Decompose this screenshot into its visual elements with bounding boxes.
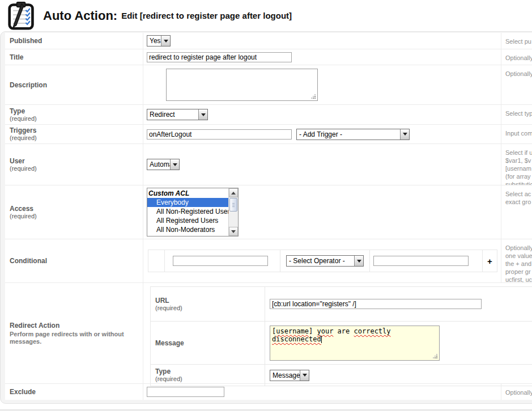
text-cursor bbox=[321, 336, 322, 343]
chevron-down-icon bbox=[161, 36, 170, 46]
message-textarea[interactable]: [username] your are correctly disconnect… bbox=[270, 326, 440, 361]
scroll-down-icon[interactable] bbox=[229, 227, 238, 236]
page-subtitle: Edit [redirect to register page after lo… bbox=[121, 11, 292, 20]
exclude-input[interactable] bbox=[147, 387, 224, 397]
page-title: Auto Action: bbox=[43, 9, 117, 23]
user-help: Select if u $var1, $v [usernam (for arra… bbox=[501, 144, 532, 185]
row-conditional: Conditional - Select Operator - + bbox=[5, 239, 532, 283]
triggers-label: Triggers bbox=[10, 126, 138, 134]
access-group-header: Custom ACL bbox=[147, 189, 228, 198]
conditional-field2-input[interactable] bbox=[373, 256, 469, 266]
list-item[interactable]: All Non-Moderators bbox=[147, 225, 228, 234]
access-required: (required) bbox=[10, 213, 138, 220]
chevron-down-icon bbox=[400, 129, 409, 140]
published-help: Select pu bbox=[501, 33, 532, 49]
published-label: Published bbox=[10, 37, 138, 45]
conditional-table: - Select Operator - + bbox=[148, 250, 497, 272]
triggers-input[interactable] bbox=[147, 129, 292, 140]
type-help: Select typ bbox=[501, 105, 532, 124]
row-redirect-action: Redirect Action Perform page redirects w… bbox=[5, 283, 532, 384]
misspelled-word: username bbox=[276, 327, 309, 335]
redirect-type-required: (required) bbox=[155, 375, 260, 383]
row-redirect-type: Type (required) Message bbox=[151, 365, 532, 386]
redirect-action-table: URL (required) Message [username] your a… bbox=[150, 286, 532, 386]
type-required: (required) bbox=[10, 115, 138, 122]
row-type: Type (required) Redirect Select typ bbox=[5, 105, 532, 125]
misspelled-word: correctly bbox=[354, 327, 391, 335]
add-condition-button[interactable]: + bbox=[487, 256, 492, 266]
access-listbox[interactable]: Custom ACL Everybody All Non-Registered … bbox=[147, 188, 239, 236]
page-header: Auto Action: Edit [redirect to register … bbox=[0, 0, 532, 31]
published-select[interactable]: Yes bbox=[147, 35, 171, 47]
auto-action-form: Published Yes Select pu Title Optionally… bbox=[5, 33, 532, 400]
row-user: User (required) Automatic Select if u $v… bbox=[5, 144, 532, 185]
operator-select[interactable]: - Select Operator - bbox=[286, 255, 364, 267]
description-textarea[interactable] bbox=[166, 69, 318, 101]
row-exclude: Exclude Optionally bbox=[5, 384, 532, 400]
triggers-required: (required) bbox=[10, 134, 138, 142]
row-triggers: Triggers (required) - Add Trigger - Inpu… bbox=[5, 125, 532, 144]
url-required: (required) bbox=[155, 305, 260, 312]
chevron-down-icon bbox=[300, 370, 309, 381]
user-select[interactable]: Automatic bbox=[147, 159, 180, 170]
resize-grip-icon[interactable] bbox=[311, 94, 316, 99]
url-label: URL bbox=[155, 297, 260, 305]
chevron-down-icon bbox=[198, 109, 207, 120]
user-label: User bbox=[10, 157, 138, 165]
row-url: URL (required) bbox=[151, 287, 532, 322]
message-label: Message bbox=[155, 339, 260, 347]
scrollbar[interactable] bbox=[228, 188, 238, 236]
description-label: Description bbox=[10, 81, 138, 89]
description-help: Optionally bbox=[501, 65, 532, 104]
list-item[interactable]: All Registered Users bbox=[147, 216, 228, 225]
title-help: Optionally bbox=[501, 49, 532, 65]
clipboard-pencil-icon bbox=[6, 2, 37, 30]
exclude-help: Optionally bbox=[501, 384, 532, 400]
row-title: Title Optionally bbox=[5, 49, 532, 65]
row-description: Description Optionally bbox=[5, 65, 532, 105]
row-published: Published Yes Select pu bbox=[5, 33, 532, 49]
row-message: Message [username] your are correctly di… bbox=[151, 322, 532, 365]
scroll-up-icon[interactable] bbox=[229, 188, 238, 197]
resize-grip-icon[interactable] bbox=[433, 354, 438, 359]
exclude-label: Exclude bbox=[10, 388, 138, 396]
form-panel: Published Yes Select pu Title Optionally… bbox=[0, 31, 532, 404]
redirect-action-label: Redirect Action bbox=[10, 322, 138, 329]
title-label: Title bbox=[10, 53, 138, 61]
type-select[interactable]: Redirect bbox=[147, 109, 208, 120]
scrollbar-thumb[interactable] bbox=[229, 198, 237, 212]
redirect-action-description: Perform page redirects with or without m… bbox=[10, 331, 138, 345]
url-input[interactable] bbox=[270, 299, 482, 309]
chevron-down-icon bbox=[170, 159, 179, 170]
access-help: Select ac exact gro bbox=[501, 185, 532, 239]
row-access: Access (required) Custom ACL Everybody A… bbox=[5, 185, 532, 239]
conditional-label: Conditional bbox=[10, 257, 138, 265]
list-item[interactable]: All Non-Registered Users bbox=[147, 207, 228, 216]
access-label: Access bbox=[10, 205, 138, 213]
list-item[interactable]: Everybody bbox=[147, 198, 228, 207]
add-trigger-select[interactable]: - Add Trigger - bbox=[296, 129, 410, 140]
misspelled-word: your bbox=[317, 327, 333, 335]
type-label: Type bbox=[10, 107, 138, 115]
user-required: (required) bbox=[10, 165, 138, 172]
chevron-down-icon bbox=[354, 256, 363, 266]
triggers-help: Input com bbox=[501, 125, 532, 143]
conditional-field1-input[interactable] bbox=[173, 256, 268, 266]
list-item[interactable]: All Moderators bbox=[147, 234, 228, 236]
misspelled-word: disconnected bbox=[272, 335, 321, 343]
redirect-type-label: Type bbox=[155, 367, 260, 375]
title-input[interactable] bbox=[147, 52, 292, 62]
conditional-help: Optionally one value the + and proper gr… bbox=[501, 239, 532, 282]
redirect-type-select[interactable]: Message bbox=[270, 370, 309, 381]
page-divider bbox=[0, 409, 532, 411]
